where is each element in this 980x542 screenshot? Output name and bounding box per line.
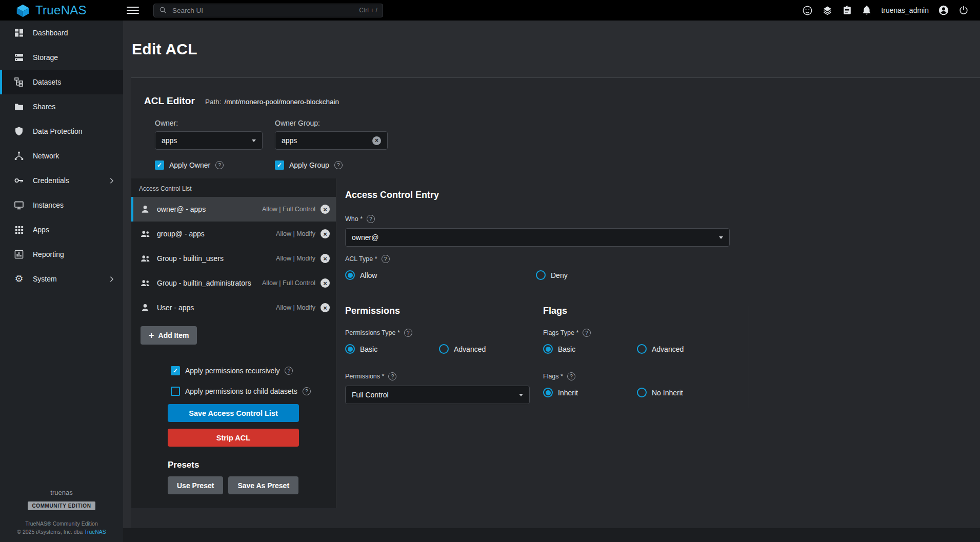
- remove-entry-icon[interactable]: ×: [321, 254, 330, 263]
- help-icon[interactable]: ?: [567, 372, 575, 380]
- power-icon[interactable]: [958, 5, 969, 15]
- permissions-type-radio-group: Basic Advanced: [345, 344, 543, 354]
- remove-entry-icon[interactable]: ×: [321, 303, 330, 312]
- permissions-select[interactable]: Full Control: [345, 386, 530, 404]
- sidebar-item-instances[interactable]: Instances: [0, 193, 123, 217]
- apply-owner-checkbox[interactable]: ✓ Apply Owner ?: [155, 160, 263, 170]
- permissions-type-basic-radio[interactable]: Basic: [345, 344, 439, 354]
- permissions-type-advanced-radio[interactable]: Advanced: [439, 344, 543, 354]
- truenas-logo[interactable]: TrueNAS: [15, 3, 87, 18]
- acl-entry-row[interactable]: owner@ - apps Allow | Full Control ×: [131, 197, 336, 222]
- sidebar-item-datasets[interactable]: Datasets: [0, 70, 123, 94]
- acl-entry-row[interactable]: group@ - apps Allow | Modify ×: [131, 222, 336, 246]
- storage-icon: [13, 52, 25, 63]
- flags-inherit-radio[interactable]: Inherit: [543, 388, 637, 397]
- flags-type-radio-group: Basic Advanced: [543, 344, 749, 354]
- apply-recursively-checkbox[interactable]: ✓ Apply permissions recursively ?: [171, 366, 336, 375]
- acl-entry-row[interactable]: Group - builtin_users Allow | Modify ×: [131, 246, 336, 271]
- who-select[interactable]: owner@: [345, 228, 730, 247]
- owner-group-input[interactable]: apps ×: [275, 131, 388, 150]
- acl-entry-permissions: Allow | Modify: [276, 304, 315, 311]
- permissions-heading: Permissions: [345, 306, 543, 316]
- truenas-cube-icon: [15, 3, 30, 18]
- group-icon: [139, 253, 151, 264]
- checkbox-unchecked-icon: [171, 387, 180, 396]
- remove-entry-icon[interactable]: ×: [321, 229, 330, 238]
- acl-editor-card: ACL Editor Path: /mnt/monero-pool/monero…: [131, 78, 980, 528]
- flags-no-inherit-radio[interactable]: No Inherit: [637, 388, 749, 397]
- acl-type-allow-radio[interactable]: Allow: [345, 270, 536, 280]
- sidebar-item-label: Datasets: [33, 78, 61, 86]
- help-icon[interactable]: ?: [583, 329, 591, 337]
- clear-input-icon[interactable]: ×: [372, 136, 381, 145]
- sidebar-item-label: Dashboard: [33, 29, 68, 37]
- flags-section: Flags Flags Type * ? Basic: [543, 306, 749, 408]
- help-icon[interactable]: ?: [404, 329, 412, 337]
- acl-entry-name: User - apps: [157, 304, 194, 312]
- use-preset-button[interactable]: Use Preset: [168, 476, 223, 494]
- help-icon[interactable]: ?: [367, 215, 375, 223]
- flags-heading: Flags: [543, 306, 749, 316]
- add-item-button[interactable]: + Add Item: [141, 326, 197, 345]
- menu-toggle-button[interactable]: [127, 7, 139, 14]
- sidebar-item-data-protection[interactable]: Data Protection: [0, 119, 123, 144]
- sidebar-item-storage[interactable]: Storage: [0, 45, 123, 70]
- acl-entry-permissions: Allow | Full Control: [262, 206, 315, 213]
- who-select-value: owner@: [352, 233, 378, 242]
- page-header: Edit ACL: [123, 21, 980, 77]
- shield-icon: [13, 126, 25, 136]
- remove-entry-icon[interactable]: ×: [321, 278, 330, 288]
- sidebar-item-label: Instances: [33, 201, 64, 209]
- owner-label: Owner:: [155, 119, 263, 127]
- acl-entry-row[interactable]: User - apps Allow | Modify ×: [131, 295, 336, 320]
- group-icon: [139, 278, 151, 288]
- edition-badge: COMMUNITY EDITION: [28, 501, 95, 510]
- apply-to-child-datasets-checkbox[interactable]: Apply permissions to child datasets ?: [171, 387, 336, 396]
- apply-options: ✓ Apply permissions recursively ? Apply …: [171, 366, 336, 396]
- topbar: TrueNAS Ctrl + / truenas_admin: [0, 0, 980, 21]
- sidebar-item-reporting[interactable]: Reporting: [0, 242, 123, 267]
- dataset-path-value: /mnt/monero-pool/monero-blockchain: [224, 98, 339, 106]
- help-icon[interactable]: ?: [285, 367, 293, 375]
- search-box[interactable]: Ctrl + /: [153, 4, 383, 17]
- apps-grid-icon: [13, 225, 25, 235]
- strip-acl-button[interactable]: Strip ACL: [168, 429, 299, 447]
- group-icon: [139, 229, 151, 239]
- truecommand-layers-icon[interactable]: [822, 5, 833, 16]
- help-icon[interactable]: ?: [334, 161, 343, 169]
- bar-chart-icon: [13, 249, 25, 259]
- radio-unselected-icon: [637, 388, 647, 397]
- apply-group-checkbox[interactable]: ✓ Apply Group ?: [275, 160, 383, 170]
- alerts-bell-icon[interactable]: [862, 5, 872, 15]
- access-control-list-panel: Access Control List owner@ - apps Allow …: [131, 178, 336, 508]
- search-input[interactable]: [171, 6, 355, 15]
- ace-heading: Access Control Entry: [345, 190, 968, 200]
- acl-entry-permissions: Allow | Modify: [276, 230, 315, 237]
- help-icon[interactable]: ?: [388, 372, 396, 380]
- sidebar-item-apps[interactable]: Apps: [0, 217, 123, 242]
- feedback-smiley-icon[interactable]: [802, 5, 813, 16]
- sidebar-item-network[interactable]: Network: [0, 144, 123, 168]
- help-icon[interactable]: ?: [303, 387, 311, 395]
- truenas-link[interactable]: TrueNAS: [84, 529, 106, 535]
- save-as-preset-button[interactable]: Save As Preset: [228, 476, 298, 494]
- remove-entry-icon[interactable]: ×: [321, 205, 330, 214]
- checkbox-checked-icon: ✓: [171, 366, 180, 375]
- sidebar-item-system[interactable]: ⚙ System: [0, 267, 123, 291]
- plus-icon: +: [149, 331, 154, 339]
- sidebar-item-dashboard[interactable]: Dashboard: [0, 21, 123, 45]
- acl-entry-row[interactable]: Group - builtin_administrators Allow | F…: [131, 271, 336, 295]
- datasets-tree-icon: [13, 77, 25, 87]
- preset-buttons: Use Preset Save As Preset: [168, 476, 336, 494]
- help-icon[interactable]: ?: [382, 255, 390, 263]
- sidebar-item-shares[interactable]: Shares: [0, 94, 123, 119]
- user-avatar-icon[interactable]: [938, 5, 949, 16]
- sidebar-item-credentials[interactable]: Credentials: [0, 168, 123, 193]
- jobs-clipboard-icon[interactable]: [842, 5, 852, 15]
- help-icon[interactable]: ?: [215, 161, 224, 169]
- save-access-control-list-button[interactable]: Save Access Control List: [168, 404, 299, 422]
- flags-type-advanced-radio[interactable]: Advanced: [637, 344, 749, 354]
- owner-select[interactable]: apps: [155, 131, 263, 150]
- flags-type-basic-radio[interactable]: Basic: [543, 344, 637, 354]
- acl-type-deny-radio[interactable]: Deny: [536, 270, 968, 280]
